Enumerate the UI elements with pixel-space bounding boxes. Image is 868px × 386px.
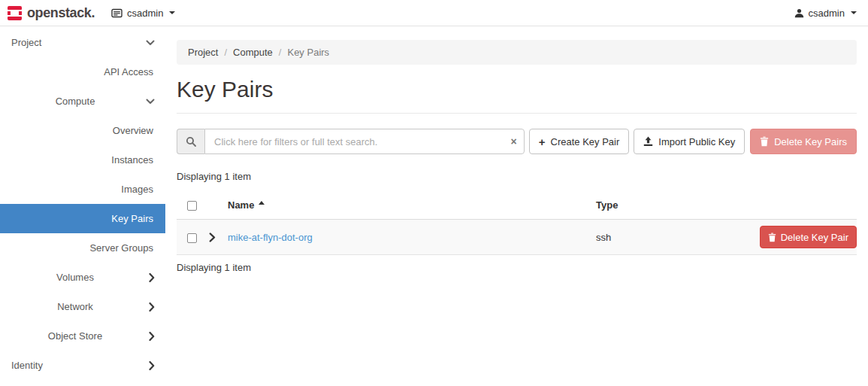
user-icon: [794, 8, 804, 18]
sidebar-item-object-store[interactable]: Object Store: [0, 321, 165, 351]
project-switcher-menu[interactable]: csadmin: [111, 8, 175, 19]
expand-row-chevron-icon[interactable]: [209, 233, 216, 242]
openstack-brand[interactable]: openstack.: [8, 5, 95, 21]
sidebar-item-api-access[interactable]: API Access: [0, 57, 165, 87]
sidebar-item-overview[interactable]: Overview: [0, 116, 165, 145]
breadcrumb: Project / Compute / Key Pairs: [177, 40, 857, 65]
filter-search-group: ×: [177, 129, 525, 154]
project-list-icon: [111, 8, 122, 18]
key-pair-type: ssh: [596, 232, 758, 243]
main-content: Project / Compute / Key Pairs Key Pairs: [165, 26, 868, 386]
trash-icon: [768, 233, 776, 242]
user-menu-label: csadmin: [809, 8, 845, 19]
breadcrumb-separator: /: [279, 47, 282, 58]
plus-icon: +: [539, 136, 546, 147]
row-checkbox[interactable]: [187, 233, 197, 243]
table-toolbar: × + Create Key Pair Import Public Key: [177, 129, 857, 154]
upload-icon: [643, 136, 653, 147]
caret-down-icon: [851, 11, 857, 14]
sidebar-item-instances[interactable]: Instances: [0, 145, 165, 175]
sidebar-item-server-groups[interactable]: Server Groups: [0, 233, 165, 263]
sidebar-item-volumes[interactable]: Volumes: [0, 263, 165, 292]
clear-search-icon[interactable]: ×: [511, 136, 517, 147]
delete-key-pair-button[interactable]: Delete Key Pair: [760, 226, 857, 248]
sidebar-item-compute[interactable]: Compute: [0, 87, 165, 116]
import-public-key-button[interactable]: Import Public Key: [634, 129, 745, 154]
trash-icon: [760, 136, 769, 147]
search-icon: [186, 136, 197, 147]
search-addon[interactable]: [177, 129, 204, 154]
sidebar-nav: Project API Access Compute Overview Inst…: [0, 26, 165, 386]
delete-key-pairs-button[interactable]: Delete Key Pairs: [750, 129, 857, 154]
project-switcher-label: csadmin: [127, 8, 163, 19]
chevron-down-icon: [146, 40, 155, 46]
table-row: mike-at-flyn-dot-org ssh Delete Key Pair: [177, 220, 857, 255]
filter-search-input[interactable]: [204, 129, 525, 154]
breadcrumb-compute[interactable]: Compute: [233, 47, 273, 58]
column-header-name[interactable]: Name: [228, 199, 596, 211]
breadcrumb-key-pairs: Key Pairs: [287, 47, 329, 58]
chevron-down-icon: [146, 99, 155, 105]
horizon-dashboard: openstack. csadmin csadmin Pro: [0, 0, 868, 386]
search-input-wrap: ×: [204, 129, 525, 154]
sidebar-item-network[interactable]: Network: [0, 292, 165, 321]
breadcrumb-project[interactable]: Project: [188, 47, 218, 58]
breadcrumb-separator: /: [224, 47, 227, 58]
key-pairs-table: Name Type: [177, 191, 857, 255]
select-all-checkbox[interactable]: [187, 201, 197, 211]
user-menu[interactable]: csadmin: [794, 8, 857, 19]
column-header-type[interactable]: Type: [596, 199, 758, 211]
title-divider: [177, 113, 857, 114]
sidebar-item-identity[interactable]: Identity: [0, 351, 165, 380]
sidebar-item-key-pairs[interactable]: Key Pairs: [0, 204, 165, 233]
key-pair-name-link[interactable]: mike-at-flyn-dot-org: [228, 232, 313, 243]
create-key-pair-button[interactable]: + Create Key Pair: [529, 129, 630, 154]
brand-wordmark: openstack.: [27, 5, 95, 21]
chevron-right-icon: [149, 272, 155, 282]
table-header-row: Name Type: [177, 191, 857, 220]
caret-down-icon: [169, 11, 175, 14]
top-navbar: openstack. csadmin csadmin: [0, 0, 868, 26]
items-count-top: Displaying 1 item: [177, 171, 857, 182]
openstack-logo-icon: [8, 6, 22, 20]
sort-ascending-icon: [259, 201, 265, 205]
chevron-right-icon: [149, 302, 155, 312]
page-title: Key Pairs: [177, 77, 857, 102]
chevron-right-icon: [149, 331, 155, 341]
items-count-bottom: Displaying 1 item: [177, 262, 857, 273]
sidebar-item-images[interactable]: Images: [0, 175, 165, 204]
sidebar-item-project[interactable]: Project: [0, 28, 165, 57]
chevron-right-icon: [149, 360, 155, 370]
